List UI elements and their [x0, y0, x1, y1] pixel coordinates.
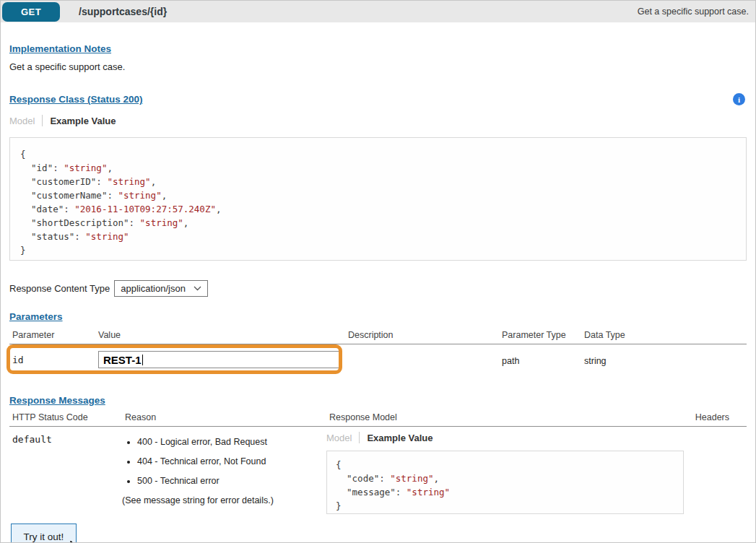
- error-item-404: 404 - Technical error, Not Found: [137, 456, 326, 466]
- tab-divider: [42, 115, 43, 126]
- response-message-row-default: default 400 - Logical error, Bad Request…: [9, 427, 747, 514]
- tab-model[interactable]: Model: [9, 116, 35, 126]
- status-code-value: default: [9, 427, 122, 514]
- col-parameter: Parameter: [9, 330, 95, 340]
- response-content-type-select[interactable]: application/json: [114, 280, 208, 297]
- error-item-500: 500 - Technical error: [137, 476, 326, 486]
- col-http-status-code: HTTP Status Code: [9, 412, 122, 422]
- response-model-cell: Model Example Value { "code": "string", …: [326, 427, 686, 514]
- info-icon[interactable]: i: [733, 93, 745, 105]
- id-value-input[interactable]: REST-1: [98, 351, 341, 368]
- col-data-type: Data Type: [581, 330, 747, 340]
- tab-model[interactable]: Model: [326, 433, 352, 443]
- swagger-operation-panel: GET /supportcases/{id} Get a specific su…: [0, 0, 756, 543]
- error-model-json: { "code": "string", "message": "string"}: [326, 451, 684, 514]
- error-note: (See message string for error details.): [122, 495, 326, 505]
- response-messages-table-header: HTTP Status Code Reason Response Model H…: [9, 412, 747, 427]
- error-item-400: 400 - Logical error, Bad Request: [137, 437, 326, 447]
- operation-header-bar: GET /supportcases/{id} Get a specific su…: [1, 1, 755, 22]
- response-messages-heading[interactable]: Response Messages: [9, 395, 105, 406]
- endpoint-summary: Get a specific support case.: [638, 6, 755, 17]
- tab-divider: [359, 432, 360, 443]
- tab-example-value[interactable]: Example Value: [50, 116, 116, 126]
- tab-example-value[interactable]: Example Value: [367, 433, 433, 443]
- response-content-type-value: application/json: [121, 283, 186, 294]
- implementation-notes-text: Get a specific support case.: [9, 61, 747, 72]
- chevron-down-icon: [194, 286, 201, 291]
- error-list: 400 - Logical error, Bad Request 404 - T…: [122, 437, 326, 486]
- endpoint-path[interactable]: /supportcases/{id}: [79, 6, 167, 17]
- response-class-heading[interactable]: Response Class (Status 200): [9, 94, 143, 105]
- col-value: Value: [95, 330, 345, 340]
- col-response-model: Response Model: [326, 412, 686, 422]
- parameter-type-value: path: [499, 351, 581, 376]
- col-parameter-type: Parameter Type: [499, 330, 581, 340]
- col-description: Description: [345, 330, 499, 340]
- col-headers: Headers: [686, 412, 747, 422]
- response-model-tabs: Model Example Value: [326, 432, 686, 443]
- reason-cell: 400 - Logical error, Bad Request 404 - T…: [122, 427, 326, 514]
- response-example-json: { "id": "string", "customerID": "string"…: [9, 137, 747, 261]
- operation-body: Implementation Notes Get a specific supp…: [1, 42, 755, 543]
- implementation-notes-heading[interactable]: Implementation Notes: [9, 43, 111, 54]
- try-it-out-button[interactable]: Try it out!: [11, 524, 77, 543]
- id-value-text: REST-1: [103, 354, 142, 366]
- response-content-type-label: Response Content Type: [9, 283, 110, 294]
- col-reason: Reason: [122, 412, 326, 422]
- headers-cell: [686, 427, 747, 514]
- parameter-row-id: id REST-1 path string: [9, 344, 747, 376]
- parameter-name: id: [9, 351, 95, 376]
- text-caret: [142, 355, 144, 365]
- try-it-out-area: Try it out!: [11, 524, 77, 543]
- parameters-table-header: Parameter Value Description Parameter Ty…: [9, 330, 747, 344]
- parameters-heading[interactable]: Parameters: [9, 311, 63, 322]
- http-method-badge[interactable]: GET: [2, 2, 60, 22]
- data-type-value: string: [581, 351, 747, 376]
- response-class-tabs: Model Example Value: [9, 115, 747, 126]
- parameter-description: [345, 351, 499, 376]
